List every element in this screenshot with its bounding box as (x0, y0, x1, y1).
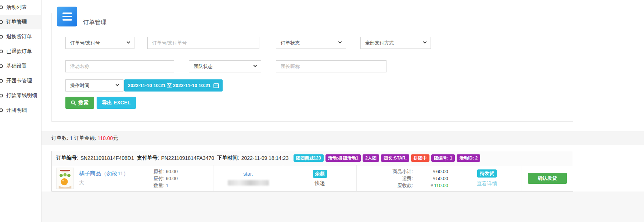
select-value: 全部支付方式 (365, 40, 394, 46)
buyer-cell: star. (213, 165, 283, 191)
view-details-link[interactable]: 查看详情 (477, 180, 497, 187)
export-label: 导出 EXCEL (102, 100, 131, 106)
subtotal-value: 60.00 (436, 169, 448, 174)
order-summary-bar: 订单数: 1 订单金额: 110.00 元 (42, 131, 644, 145)
sidebar-item-label: 打款零钱明细 (6, 92, 37, 99)
activity-id-badge: 活动ID: 2 (457, 154, 480, 162)
quantity-line: 数量: 1 (154, 182, 213, 189)
select-value: 订单状态 (281, 40, 300, 46)
sidebar-item-activity-list[interactable]: 活动列表 (0, 0, 41, 15)
chevron-down-icon (116, 83, 119, 86)
payment-cell: 余额 快递 (283, 165, 357, 191)
content-background (42, 191, 644, 222)
product-name-link[interactable]: 橘子商品（勿改11） (79, 170, 129, 177)
confirm-ship-button[interactable]: 确认发货 (528, 173, 567, 184)
team-status-select[interactable]: 团队状态 (189, 60, 261, 72)
sidebar-item-label: 基础设置 (6, 63, 27, 69)
search-button[interactable]: 搜索 (65, 97, 94, 109)
export-excel-button[interactable]: 导出 EXCEL (97, 97, 136, 109)
buyer-masked-info (228, 180, 269, 186)
amount-label: 订单金额: (74, 135, 96, 142)
sidebar-item-return-exchange-orders[interactable]: 退换货订单 (0, 29, 41, 44)
time-type-select[interactable]: 操作时间 (65, 79, 123, 92)
date-range-text: 2022-11-10 10:21 至 2022-11-10 10:21 (128, 82, 211, 89)
select-value: 操作时间 (70, 82, 89, 89)
receivable-value: 110.00 (434, 183, 448, 188)
chevron-down-icon (423, 40, 427, 44)
radio-circle-icon (0, 6, 3, 9)
radio-circle-icon (0, 108, 3, 112)
receivable-row: 应收款: ¥110.00 (357, 182, 452, 189)
radio-circle-icon (0, 79, 3, 83)
sidebar: 活动列表 订单管理 退换货订单 已退款订单 基础设置 开团卡管理 打款零钱明细 (0, 0, 42, 222)
filter-card: 订单管理 订单号/支付号 订单状态 全部支付方式 团队状态 操作时间 2022-… (51, 13, 573, 122)
leader-nickname-input[interactable] (276, 60, 386, 72)
chevron-down-icon (253, 64, 257, 67)
yen-symbol: ¥ (433, 176, 435, 181)
radio-circle-icon (0, 50, 3, 53)
pay-price-line: 应付: 60.00 (154, 175, 213, 182)
select-value: 订单号/支付号 (70, 40, 100, 46)
leader-badge: 团长:STAR. (381, 154, 409, 162)
amount-unit: 元 (113, 135, 118, 142)
action-cell: 确认发货 (522, 165, 573, 191)
product-name-block: 橘子商品（勿改11） 大 (79, 170, 129, 186)
ship-status-badge: 待发货 (477, 169, 497, 178)
amounts-cell: 商品小计: ¥60.00 运费: ¥50.00 应收款: ¥110.00 (357, 165, 452, 191)
yen-symbol: ¥ (431, 183, 433, 188)
shipping-row: 运费: ¥50.00 (357, 175, 452, 182)
pay-no-value: PN2211091814FA3470 (161, 155, 214, 161)
product-thumbnail (56, 168, 74, 189)
order-no-value: SN2211091814F408D1 (80, 155, 134, 161)
pay-no-label: 支付单号: (137, 155, 159, 161)
menu-toggle-button[interactable] (57, 7, 77, 26)
sidebar-item-order-management[interactable]: 订单管理 (0, 15, 41, 29)
pay-method-select[interactable]: 全部支付方式 (360, 37, 431, 49)
hamburger-icon (62, 12, 72, 14)
sidebar-item-group-open-details[interactable]: 开团明细 (0, 103, 41, 118)
radio-circle-icon (0, 20, 3, 24)
status-cell: 待发货 查看详情 (452, 165, 522, 191)
sidebar-item-basic-settings[interactable]: 基础设置 (0, 59, 41, 74)
chevron-down-icon (338, 40, 342, 44)
sidebar-item-group-card-management[interactable]: 开团卡管理 (0, 74, 41, 88)
orig-price-line: 原价: 60.00 (154, 168, 213, 175)
order-status-select[interactable]: 订单状态 (276, 37, 346, 49)
search-label: 搜索 (78, 100, 89, 106)
sidebar-item-transfer-change-details[interactable]: 打款零钱明细 (0, 88, 41, 103)
sidebar-item-label: 订单管理 (6, 19, 27, 25)
order-row: 橘子商品（勿改11） 大 原价: 60.00 应付: 60.00 数量: 1 (52, 165, 573, 191)
shipping-value: 50.00 (436, 176, 448, 181)
payment-method-badge: 余额 (313, 170, 327, 178)
group-status-badge: 拼团中 (411, 154, 429, 162)
group-id-badge: 团编号: 1 (431, 154, 455, 162)
order-amount: 110.00 (98, 135, 113, 141)
yen-symbol: ¥ (433, 169, 435, 174)
order-management-page: 活动列表 订单管理 退换货订单 已退款订单 基础设置 开团卡管理 打款零钱明细 (0, 0, 644, 222)
sidebar-item-label: 已退款订单 (6, 48, 32, 55)
search-icon (71, 100, 76, 105)
date-range-button[interactable]: 2022-11-10 10:21 至 2022-11-10 10:21 (124, 79, 223, 92)
order-header-bar: 订单编号: SN2211091814F408D1 支付单号: PN2211091… (52, 151, 573, 165)
order-card: 订单编号: SN2211091814F408D1 支付单号: PN2211091… (51, 151, 573, 191)
radio-circle-icon (0, 64, 3, 68)
sidebar-item-label: 开团明细 (6, 107, 27, 114)
group-size-badge: 2人团 (363, 154, 379, 162)
page-title: 订单管理 (83, 19, 107, 26)
sidebar-item-refunded-orders[interactable]: 已退款订单 (0, 44, 41, 59)
radio-circle-icon (0, 94, 3, 97)
chevron-down-icon (127, 40, 130, 44)
sidebar-item-label: 开团卡管理 (6, 78, 32, 84)
product-cell: 橘子商品（勿改11） 大 原价: 60.00 应付: 60.00 数量: 1 (52, 165, 213, 191)
product-spec: 大 (79, 180, 129, 186)
buyer-name-link[interactable]: star. (243, 171, 253, 177)
order-no-type-select[interactable]: 订单号/支付号 (65, 37, 134, 49)
calendar-icon (213, 83, 219, 88)
activity-badge: 活动:拼团活动1 (325, 154, 361, 162)
order-time-value: 2022-11-09 18:14:23 (241, 155, 289, 161)
delivery-type: 快递 (315, 180, 325, 187)
order-no-input[interactable] (147, 37, 259, 49)
select-value: 团队状态 (194, 63, 213, 70)
radio-circle-icon (0, 35, 3, 39)
activity-name-input[interactable] (65, 60, 174, 72)
